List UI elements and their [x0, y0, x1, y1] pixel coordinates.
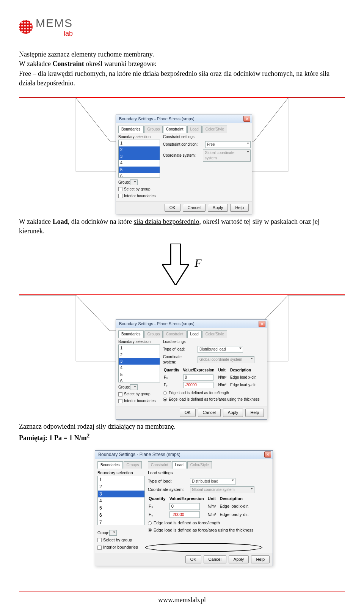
radio-icon [148, 521, 152, 525]
force-arrow-figure: F [19, 244, 345, 285]
list-item[interactable]: 3 [98, 491, 144, 498]
cancel-button[interactable]: Cancel [204, 555, 226, 563]
list-item[interactable]: 4 [119, 160, 160, 166]
select-by-group-label: Select by group [124, 187, 151, 192]
radio-force-length[interactable]: Edge load is defined as force/length [163, 390, 265, 396]
group-label: Group: [118, 180, 130, 184]
dialog-boundary-load: Boundary Settings - Plane Stress (smps) … [116, 319, 267, 419]
para3-a: Zaznacz odpowiedni rodzaj siły działając… [19, 423, 176, 430]
tab-boundaries[interactable]: Boundaries [97, 461, 123, 469]
boundary-list[interactable]: 12345678 [118, 140, 160, 178]
radio-icon [163, 391, 167, 395]
force-label: F [195, 255, 201, 271]
select-by-group-label: Select by group [124, 392, 151, 397]
tab-constraint[interactable]: Constraint [163, 330, 187, 338]
fx-input[interactable]: 0 [169, 503, 200, 510]
list-item[interactable]: 4 [98, 497, 144, 505]
th-unit: Unit [208, 495, 219, 502]
para1-s1c: określ warunki brzegowe: [84, 60, 157, 68]
group-select[interactable] [130, 179, 138, 185]
list-item[interactable]: 5 [119, 167, 160, 173]
help-button[interactable]: Help [251, 555, 270, 563]
fy-input[interactable]: -20000 [183, 382, 213, 388]
radio-force-area[interactable]: Edge load is defined as force/area using… [163, 397, 265, 402]
tab-groups[interactable]: Groups [144, 126, 163, 133]
coord-sys-label: Coordinate system: [163, 153, 201, 158]
ok-button[interactable]: OK [185, 555, 201, 563]
list-item[interactable]: 5 [119, 371, 160, 378]
type-of-load-select[interactable]: Distributed load [190, 478, 235, 485]
list-item[interactable]: 1 [98, 476, 144, 483]
boundary-selection-label: Boundary selection [118, 339, 160, 344]
list-item[interactable]: 6 [119, 173, 160, 178]
radio-force-length[interactable]: Edge load is defined as force/length [148, 520, 270, 526]
constraint-condition-select[interactable]: Free [205, 141, 251, 148]
checkbox-interior-boundaries[interactable]: Interior boundaries [97, 544, 145, 550]
coord-sys-select[interactable]: Global coordinate system [198, 356, 254, 363]
list-item[interactable]: 5 [98, 505, 144, 512]
close-icon[interactable]: ✕ [243, 116, 250, 122]
list-item[interactable]: 3 [119, 153, 160, 160]
group-label: Group: [118, 385, 130, 389]
checkbox-select-by-group[interactable]: Select by group [97, 537, 145, 543]
fy-input[interactable]: -20000 [169, 511, 200, 518]
list-item[interactable]: 6 [98, 512, 144, 519]
tab-colorstyle[interactable]: Color/Style [202, 330, 227, 338]
list-item[interactable]: 2 [98, 483, 144, 491]
cancel-button[interactable]: Cancel [183, 204, 206, 212]
list-item[interactable]: 6 [119, 378, 160, 382]
checkbox-icon [118, 187, 122, 191]
checkbox-select-by-group[interactable]: Select by group [118, 392, 160, 397]
tab-load[interactable]: Load [187, 126, 202, 133]
help-button[interactable]: Help [245, 409, 264, 417]
list-item[interactable]: 7 [98, 519, 144, 525]
tab-groups[interactable]: Groups [124, 461, 142, 469]
checkbox-interior-boundaries[interactable]: Interior boundaries [118, 193, 160, 199]
fx-input[interactable]: 0 [183, 374, 213, 381]
list-item[interactable]: 2 [119, 146, 160, 153]
th-desc: Description [230, 367, 260, 373]
apply-button[interactable]: Apply [208, 204, 228, 212]
coord-sys-select[interactable]: Global coordinate system [190, 486, 254, 493]
tab-load[interactable]: Load [187, 330, 202, 338]
list-item[interactable]: 1 [119, 345, 160, 351]
list-item[interactable]: 2 [119, 352, 160, 358]
tab-colorstyle[interactable]: Color/Style [187, 461, 212, 469]
tab-colorstyle[interactable]: Color/Style [202, 126, 227, 133]
boundary-list[interactable]: 12345678 [118, 344, 160, 382]
type-of-load-select[interactable]: Distributed load [198, 346, 243, 353]
cell-fy-q: Fᵧ [164, 382, 182, 389]
checkbox-interior-boundaries[interactable]: Interior boundaries [118, 398, 160, 404]
cancel-button[interactable]: Cancel [198, 409, 221, 417]
checkbox-select-by-group[interactable]: Select by group [118, 187, 160, 192]
table-row: Fₓ 0 N/m² Edge load x-dir. [149, 503, 252, 510]
tab-constraint[interactable]: Constraint [163, 126, 187, 133]
radio-force-area[interactable]: Edge load is defined as force/area using… [148, 527, 270, 533]
tab-boundaries[interactable]: Boundaries [118, 126, 144, 133]
dialog-title: Boundary Settings - Plane Stress (smps) [98, 451, 180, 458]
checkbox-icon [118, 399, 122, 403]
constraint-condition-label: Constraint condition: [163, 142, 203, 147]
coord-sys-select[interactable]: Global coordinate system [203, 149, 251, 162]
group-select[interactable] [130, 384, 138, 390]
radio2-label: Edge load is defined as force/area using… [169, 397, 260, 402]
help-button[interactable]: Help [230, 204, 249, 212]
apply-button[interactable]: Apply [229, 555, 249, 563]
tab-load[interactable]: Load [172, 461, 187, 469]
apply-button[interactable]: Apply [223, 409, 243, 417]
constraint-settings-label: Constraint settings [163, 134, 251, 140]
group-select[interactable] [109, 530, 117, 536]
tab-constraint[interactable]: Constraint [148, 461, 171, 469]
figure-dialog-highlight: Boundary Settings - Plane Stress (smps) … [19, 450, 345, 568]
close-icon[interactable]: ✕ [264, 451, 271, 458]
boundary-list[interactable]: 12345678 [97, 476, 145, 525]
ok-button[interactable]: OK [180, 409, 196, 417]
tab-boundaries[interactable]: Boundaries [118, 330, 144, 338]
ok-button[interactable]: OK [165, 204, 180, 212]
logo-sub: lab [36, 29, 73, 38]
tab-groups[interactable]: Groups [144, 330, 163, 338]
list-item[interactable]: 3 [119, 358, 160, 365]
list-item[interactable]: 4 [119, 365, 160, 371]
list-item[interactable]: 1 [119, 140, 160, 146]
close-icon[interactable]: ✕ [259, 321, 265, 327]
